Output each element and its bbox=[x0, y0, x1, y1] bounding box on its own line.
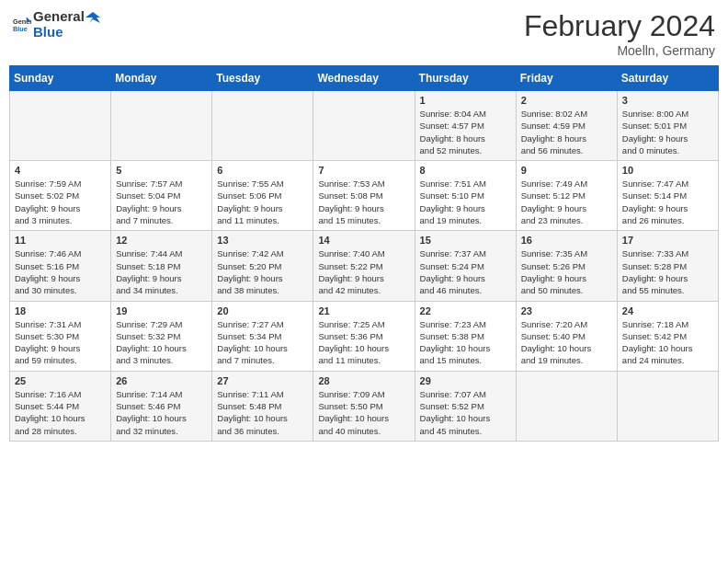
week-row-2: 4Sunrise: 7:59 AM Sunset: 5:02 PM Daylig… bbox=[10, 161, 719, 231]
column-header-friday: Friday bbox=[516, 66, 617, 91]
logo: General Blue General Blue bbox=[13, 9, 101, 40]
day-cell: 3Sunrise: 8:00 AM Sunset: 5:01 PM Daylig… bbox=[617, 91, 718, 161]
day-info: Sunrise: 7:23 AM Sunset: 5:38 PM Dayligh… bbox=[420, 318, 511, 367]
day-info: Sunrise: 7:09 AM Sunset: 5:50 PM Dayligh… bbox=[318, 388, 409, 437]
day-cell: 12Sunrise: 7:44 AM Sunset: 5:18 PM Dayli… bbox=[111, 231, 212, 301]
day-number: 17 bbox=[622, 235, 713, 246]
day-info: Sunrise: 7:49 AM Sunset: 5:12 PM Dayligh… bbox=[521, 178, 612, 226]
day-number: 14 bbox=[318, 235, 409, 246]
day-cell bbox=[617, 371, 718, 441]
day-cell: 19Sunrise: 7:29 AM Sunset: 5:32 PM Dayli… bbox=[111, 301, 212, 371]
day-cell: 11Sunrise: 7:46 AM Sunset: 5:16 PM Dayli… bbox=[10, 231, 111, 301]
day-cell bbox=[313, 91, 415, 161]
day-number: 22 bbox=[420, 305, 511, 316]
day-cell: 16Sunrise: 7:35 AM Sunset: 5:26 PM Dayli… bbox=[516, 231, 617, 301]
day-info: Sunrise: 7:53 AM Sunset: 5:08 PM Dayligh… bbox=[318, 178, 409, 226]
day-cell bbox=[10, 91, 111, 161]
day-number: 2 bbox=[521, 95, 612, 106]
day-cell: 17Sunrise: 7:33 AM Sunset: 5:28 PM Dayli… bbox=[617, 231, 718, 301]
day-info: Sunrise: 7:35 AM Sunset: 5:26 PM Dayligh… bbox=[521, 247, 612, 296]
title-area: February 2024 Moelln, Germany bbox=[524, 9, 715, 58]
day-cell: 14Sunrise: 7:40 AM Sunset: 5:22 PM Dayli… bbox=[313, 231, 415, 301]
day-number: 18 bbox=[15, 305, 106, 316]
day-number: 28 bbox=[318, 375, 409, 386]
day-info: Sunrise: 7:25 AM Sunset: 5:36 PM Dayligh… bbox=[318, 318, 409, 367]
day-info: Sunrise: 7:16 AM Sunset: 5:44 PM Dayligh… bbox=[15, 388, 106, 437]
page-header: General Blue General Blue February 2024 … bbox=[9, 9, 719, 58]
day-info: Sunrise: 7:59 AM Sunset: 5:02 PM Dayligh… bbox=[15, 178, 106, 226]
day-cell: 21Sunrise: 7:25 AM Sunset: 5:36 PM Dayli… bbox=[313, 301, 415, 371]
day-number: 5 bbox=[116, 165, 207, 176]
day-cell: 18Sunrise: 7:31 AM Sunset: 5:30 PM Dayli… bbox=[10, 301, 111, 371]
day-number: 19 bbox=[116, 305, 207, 316]
week-row-4: 18Sunrise: 7:31 AM Sunset: 5:30 PM Dayli… bbox=[10, 301, 719, 371]
day-cell bbox=[111, 91, 212, 161]
logo-icon: General Blue bbox=[13, 16, 31, 34]
day-number: 26 bbox=[116, 375, 207, 386]
day-info: Sunrise: 7:14 AM Sunset: 5:46 PM Dayligh… bbox=[116, 388, 207, 437]
day-number: 20 bbox=[217, 305, 308, 316]
day-number: 9 bbox=[521, 165, 612, 176]
week-row-1: 1Sunrise: 8:04 AM Sunset: 4:57 PM Daylig… bbox=[10, 91, 719, 161]
day-info: Sunrise: 7:47 AM Sunset: 5:14 PM Dayligh… bbox=[622, 178, 713, 226]
day-cell: 25Sunrise: 7:16 AM Sunset: 5:44 PM Dayli… bbox=[10, 371, 111, 441]
month-title: February 2024 bbox=[524, 9, 715, 43]
column-header-thursday: Thursday bbox=[415, 66, 516, 91]
day-info: Sunrise: 7:46 AM Sunset: 5:16 PM Dayligh… bbox=[15, 247, 106, 296]
day-number: 6 bbox=[217, 165, 308, 176]
day-number: 25 bbox=[15, 375, 106, 386]
day-info: Sunrise: 7:29 AM Sunset: 5:32 PM Dayligh… bbox=[116, 318, 207, 367]
day-number: 3 bbox=[622, 95, 713, 106]
day-cell: 27Sunrise: 7:11 AM Sunset: 5:48 PM Dayli… bbox=[212, 371, 313, 441]
day-cell: 6Sunrise: 7:55 AM Sunset: 5:06 PM Daylig… bbox=[212, 161, 313, 231]
column-header-wednesday: Wednesday bbox=[313, 66, 415, 91]
day-info: Sunrise: 7:40 AM Sunset: 5:22 PM Dayligh… bbox=[318, 247, 409, 296]
day-cell: 22Sunrise: 7:23 AM Sunset: 5:38 PM Dayli… bbox=[415, 301, 516, 371]
day-cell: 2Sunrise: 8:02 AM Sunset: 4:59 PM Daylig… bbox=[516, 91, 617, 161]
day-info: Sunrise: 7:20 AM Sunset: 5:40 PM Dayligh… bbox=[521, 318, 612, 367]
day-cell bbox=[516, 371, 617, 441]
day-info: Sunrise: 7:33 AM Sunset: 5:28 PM Dayligh… bbox=[622, 247, 713, 296]
column-header-tuesday: Tuesday bbox=[212, 66, 313, 91]
day-cell: 8Sunrise: 7:51 AM Sunset: 5:10 PM Daylig… bbox=[415, 161, 516, 231]
day-number: 4 bbox=[15, 165, 106, 176]
day-info: Sunrise: 7:07 AM Sunset: 5:52 PM Dayligh… bbox=[420, 388, 511, 437]
week-row-3: 11Sunrise: 7:46 AM Sunset: 5:16 PM Dayli… bbox=[10, 231, 719, 301]
day-cell: 10Sunrise: 7:47 AM Sunset: 5:14 PM Dayli… bbox=[617, 161, 718, 231]
day-info: Sunrise: 8:04 AM Sunset: 4:57 PM Dayligh… bbox=[420, 108, 511, 156]
day-cell: 4Sunrise: 7:59 AM Sunset: 5:02 PM Daylig… bbox=[10, 161, 111, 231]
day-info: Sunrise: 8:00 AM Sunset: 5:01 PM Dayligh… bbox=[622, 108, 713, 156]
column-header-sunday: Sunday bbox=[10, 66, 111, 91]
week-row-5: 25Sunrise: 7:16 AM Sunset: 5:44 PM Dayli… bbox=[10, 371, 719, 441]
day-info: Sunrise: 7:42 AM Sunset: 5:20 PM Dayligh… bbox=[217, 247, 308, 296]
day-number: 12 bbox=[116, 235, 207, 246]
day-cell bbox=[212, 91, 313, 161]
day-info: Sunrise: 7:27 AM Sunset: 5:34 PM Dayligh… bbox=[217, 318, 308, 367]
day-number: 13 bbox=[217, 235, 308, 246]
day-cell: 9Sunrise: 7:49 AM Sunset: 5:12 PM Daylig… bbox=[516, 161, 617, 231]
day-cell: 5Sunrise: 7:57 AM Sunset: 5:04 PM Daylig… bbox=[111, 161, 212, 231]
day-cell: 20Sunrise: 7:27 AM Sunset: 5:34 PM Dayli… bbox=[212, 301, 313, 371]
day-info: Sunrise: 8:02 AM Sunset: 4:59 PM Dayligh… bbox=[521, 108, 612, 156]
day-number: 16 bbox=[521, 235, 612, 246]
day-number: 15 bbox=[420, 235, 511, 246]
day-cell: 7Sunrise: 7:53 AM Sunset: 5:08 PM Daylig… bbox=[313, 161, 415, 231]
svg-text:Blue: Blue bbox=[13, 25, 28, 33]
day-info: Sunrise: 7:51 AM Sunset: 5:10 PM Dayligh… bbox=[420, 178, 511, 226]
day-number: 8 bbox=[420, 165, 511, 176]
day-number: 27 bbox=[217, 375, 308, 386]
column-header-monday: Monday bbox=[111, 66, 212, 91]
day-info: Sunrise: 7:18 AM Sunset: 5:42 PM Dayligh… bbox=[622, 318, 713, 367]
day-number: 11 bbox=[15, 235, 106, 246]
day-number: 21 bbox=[318, 305, 409, 316]
day-cell: 15Sunrise: 7:37 AM Sunset: 5:24 PM Dayli… bbox=[415, 231, 516, 301]
day-info: Sunrise: 7:11 AM Sunset: 5:48 PM Dayligh… bbox=[217, 388, 308, 437]
day-number: 23 bbox=[521, 305, 612, 316]
day-number: 7 bbox=[318, 165, 409, 176]
location-title: Moelln, Germany bbox=[524, 43, 715, 58]
day-number: 1 bbox=[420, 95, 511, 106]
day-number: 10 bbox=[622, 165, 713, 176]
svg-marker-3 bbox=[85, 12, 100, 23]
calendar-table: SundayMondayTuesdayWednesdayThursdayFrid… bbox=[9, 65, 719, 442]
logo-bird-icon bbox=[85, 10, 100, 25]
